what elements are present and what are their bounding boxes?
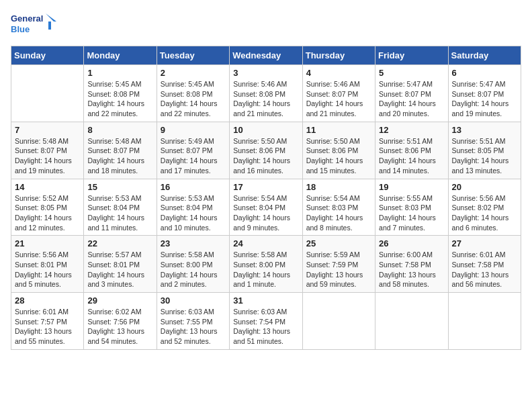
day-header-monday: Monday [84, 46, 157, 65]
calendar-cell: 7Sunrise: 5:48 AM Sunset: 8:07 PM Daylig… [11, 122, 84, 179]
day-number: 19 [379, 182, 444, 192]
day-number: 13 [452, 125, 517, 135]
day-info: Sunrise: 5:55 AM Sunset: 8:03 PM Dayligh… [379, 193, 444, 233]
calendar-cell: 13Sunrise: 5:51 AM Sunset: 8:05 PM Dayli… [448, 122, 521, 179]
calendar-cell: 15Sunrise: 5:53 AM Sunset: 8:04 PM Dayli… [84, 179, 157, 236]
day-info: Sunrise: 5:57 AM Sunset: 8:01 PM Dayligh… [87, 250, 152, 289]
day-number: 17 [233, 182, 298, 192]
day-info: Sunrise: 5:47 AM Sunset: 8:07 PM Dayligh… [452, 79, 517, 119]
day-header-tuesday: Tuesday [157, 46, 229, 65]
day-number: 18 [306, 182, 371, 192]
svg-text:General: General [11, 13, 43, 24]
day-info: Sunrise: 5:51 AM Sunset: 8:05 PM Dayligh… [452, 136, 517, 176]
header: General Blue [11, 11, 521, 39]
day-number: 5 [379, 68, 444, 78]
calendar-cell: 22Sunrise: 5:57 AM Sunset: 8:01 PM Dayli… [84, 236, 157, 293]
calendar-cell: 1Sunrise: 5:45 AM Sunset: 8:08 PM Daylig… [84, 65, 157, 122]
calendar-cell: 10Sunrise: 5:50 AM Sunset: 8:06 PM Dayli… [230, 122, 302, 179]
calendar-week-3: 14Sunrise: 5:52 AM Sunset: 8:05 PM Dayli… [11, 179, 521, 236]
calendar-cell: 26Sunrise: 6:00 AM Sunset: 7:58 PM Dayli… [375, 236, 448, 293]
day-number: 12 [379, 125, 444, 135]
day-info: Sunrise: 6:01 AM Sunset: 7:57 PM Dayligh… [15, 307, 80, 347]
day-number: 4 [306, 68, 371, 78]
day-number: 14 [15, 182, 80, 192]
calendar-cell: 4Sunrise: 5:46 AM Sunset: 8:07 PM Daylig… [302, 65, 375, 122]
day-header-sunday: Sunday [11, 46, 84, 65]
day-number: 26 [379, 238, 444, 248]
day-number: 24 [233, 238, 298, 248]
day-number: 7 [15, 125, 80, 135]
calendar-cell: 31Sunrise: 6:03 AM Sunset: 7:54 PM Dayli… [230, 293, 302, 350]
day-info: Sunrise: 5:54 AM Sunset: 8:04 PM Dayligh… [233, 193, 298, 233]
calendar-cell: 11Sunrise: 5:50 AM Sunset: 8:06 PM Dayli… [302, 122, 375, 179]
calendar-cell: 8Sunrise: 5:48 AM Sunset: 8:07 PM Daylig… [84, 122, 157, 179]
day-info: Sunrise: 6:00 AM Sunset: 7:58 PM Dayligh… [379, 250, 444, 289]
calendar-week-2: 7Sunrise: 5:48 AM Sunset: 8:07 PM Daylig… [11, 122, 521, 179]
day-number: 3 [233, 68, 298, 78]
day-info: Sunrise: 6:03 AM Sunset: 7:55 PM Dayligh… [161, 307, 226, 347]
day-header-wednesday: Wednesday [230, 46, 302, 65]
day-info: Sunrise: 5:56 AM Sunset: 8:02 PM Dayligh… [452, 193, 517, 233]
logo: General Blue [11, 11, 58, 39]
day-info: Sunrise: 5:53 AM Sunset: 8:04 PM Dayligh… [161, 193, 226, 233]
calendar-week-4: 21Sunrise: 5:56 AM Sunset: 8:01 PM Dayli… [11, 236, 521, 293]
day-number: 11 [306, 125, 371, 135]
calendar-header-row: SundayMondayTuesdayWednesdayThursdayFrid… [11, 46, 521, 65]
calendar-cell: 6Sunrise: 5:47 AM Sunset: 8:07 PM Daylig… [448, 65, 521, 122]
day-info: Sunrise: 5:46 AM Sunset: 8:08 PM Dayligh… [233, 79, 298, 119]
calendar-cell: 28Sunrise: 6:01 AM Sunset: 7:57 PM Dayli… [11, 293, 84, 350]
day-header-thursday: Thursday [302, 46, 375, 65]
calendar-cell: 18Sunrise: 5:54 AM Sunset: 8:03 PM Dayli… [302, 179, 375, 236]
day-info: Sunrise: 5:56 AM Sunset: 8:01 PM Dayligh… [15, 250, 80, 289]
svg-marker-2 [46, 13, 56, 30]
day-number: 2 [161, 68, 226, 78]
day-number: 22 [87, 238, 152, 248]
calendar-cell: 30Sunrise: 6:03 AM Sunset: 7:55 PM Dayli… [157, 293, 229, 350]
day-info: Sunrise: 6:02 AM Sunset: 7:56 PM Dayligh… [87, 307, 152, 347]
day-info: Sunrise: 5:53 AM Sunset: 8:04 PM Dayligh… [87, 193, 152, 233]
calendar-cell: 20Sunrise: 5:56 AM Sunset: 8:02 PM Dayli… [448, 179, 521, 236]
calendar-cell: 5Sunrise: 5:47 AM Sunset: 8:07 PM Daylig… [375, 65, 448, 122]
calendar-cell [375, 293, 448, 350]
calendar-cell [448, 293, 521, 350]
day-number: 23 [161, 238, 226, 248]
day-info: Sunrise: 5:50 AM Sunset: 8:06 PM Dayligh… [233, 136, 298, 176]
day-info: Sunrise: 5:46 AM Sunset: 8:07 PM Dayligh… [306, 79, 371, 119]
calendar-cell: 21Sunrise: 5:56 AM Sunset: 8:01 PM Dayli… [11, 236, 84, 293]
day-number: 20 [452, 182, 517, 192]
calendar-cell: 24Sunrise: 5:58 AM Sunset: 8:00 PM Dayli… [230, 236, 302, 293]
calendar-cell: 23Sunrise: 5:58 AM Sunset: 8:00 PM Dayli… [157, 236, 229, 293]
day-number: 9 [161, 125, 226, 135]
calendar-cell: 19Sunrise: 5:55 AM Sunset: 8:03 PM Dayli… [375, 179, 448, 236]
day-number: 30 [161, 295, 226, 306]
day-header-friday: Friday [375, 46, 448, 65]
calendar-week-5: 28Sunrise: 6:01 AM Sunset: 7:57 PM Dayli… [11, 293, 521, 350]
calendar-cell: 17Sunrise: 5:54 AM Sunset: 8:04 PM Dayli… [230, 179, 302, 236]
day-info: Sunrise: 5:51 AM Sunset: 8:06 PM Dayligh… [379, 136, 444, 176]
calendar-cell: 2Sunrise: 5:45 AM Sunset: 8:08 PM Daylig… [157, 65, 229, 122]
calendar-cell: 3Sunrise: 5:46 AM Sunset: 8:08 PM Daylig… [230, 65, 302, 122]
calendar-cell: 27Sunrise: 6:01 AM Sunset: 7:58 PM Dayli… [448, 236, 521, 293]
svg-text:Blue: Blue [11, 24, 30, 34]
calendar-cell: 25Sunrise: 5:59 AM Sunset: 7:59 PM Dayli… [302, 236, 375, 293]
day-number: 27 [452, 238, 517, 248]
calendar-cell: 29Sunrise: 6:02 AM Sunset: 7:56 PM Dayli… [84, 293, 157, 350]
day-info: Sunrise: 5:59 AM Sunset: 7:59 PM Dayligh… [306, 250, 371, 289]
day-number: 29 [87, 295, 152, 306]
calendar-cell [11, 65, 84, 122]
day-number: 8 [87, 125, 152, 135]
day-number: 31 [233, 295, 298, 306]
calendar-cell [302, 293, 375, 350]
day-info: Sunrise: 5:45 AM Sunset: 8:08 PM Dayligh… [161, 79, 226, 119]
day-info: Sunrise: 5:49 AM Sunset: 8:07 PM Dayligh… [161, 136, 226, 176]
day-number: 6 [452, 68, 517, 78]
calendar-body: 1Sunrise: 5:45 AM Sunset: 8:08 PM Daylig… [11, 65, 521, 350]
day-number: 28 [15, 295, 80, 306]
day-info: Sunrise: 5:54 AM Sunset: 8:03 PM Dayligh… [306, 193, 371, 233]
day-info: Sunrise: 5:45 AM Sunset: 8:08 PM Dayligh… [87, 79, 152, 119]
day-info: Sunrise: 5:58 AM Sunset: 8:00 PM Dayligh… [233, 250, 298, 289]
day-number: 10 [233, 125, 298, 135]
day-number: 25 [306, 238, 371, 248]
calendar: SundayMondayTuesdayWednesdayThursdayFrid… [11, 46, 521, 350]
day-header-saturday: Saturday [448, 46, 521, 65]
